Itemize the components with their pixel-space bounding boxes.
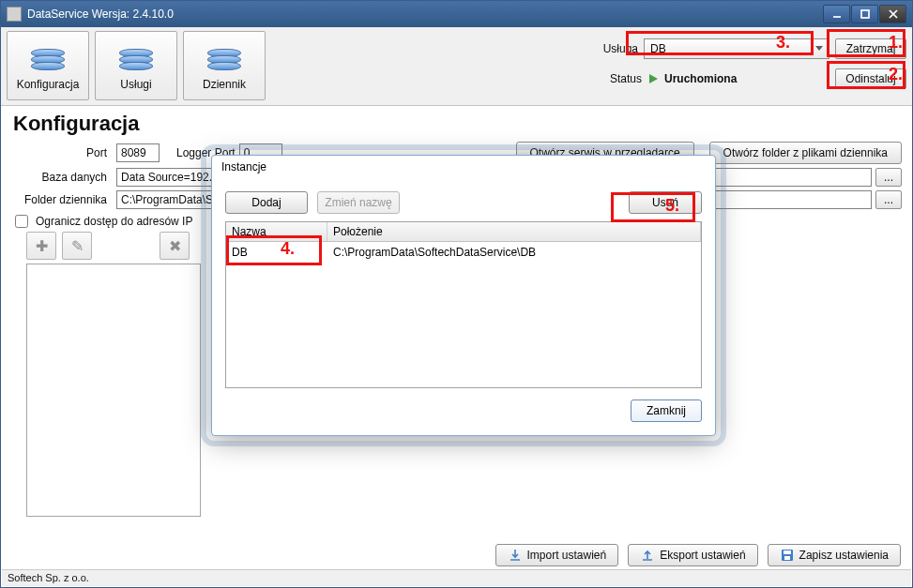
cell-name: DB <box>226 242 327 263</box>
instances-grid[interactable]: Nazwa Położenie DB C:\ProgramData\Softec… <box>225 221 702 388</box>
dialog-close-button[interactable]: Zamknij <box>631 400 702 422</box>
col-path-header[interactable]: Położenie <box>327 222 701 241</box>
dialog-rename-button[interactable]: Zmień nazwę <box>317 191 400 214</box>
table-row[interactable]: DB C:\ProgramData\SoftechDataService\DB <box>226 242 701 263</box>
col-name-header[interactable]: Nazwa <box>226 222 327 241</box>
dialog-title: Instancje <box>212 156 715 180</box>
cell-path: C:\ProgramData\SoftechDataService\DB <box>327 242 701 263</box>
instances-dialog: Instancje Dodaj Zmień nazwę Usuń Nazwa P… <box>211 155 716 436</box>
dialog-delete-button[interactable]: Usuń <box>629 191 702 214</box>
app-window: DataService Wersja: 2.4.10.0 Konfiguracj… <box>0 0 913 588</box>
dialog-add-button[interactable]: Dodaj <box>225 191 308 214</box>
